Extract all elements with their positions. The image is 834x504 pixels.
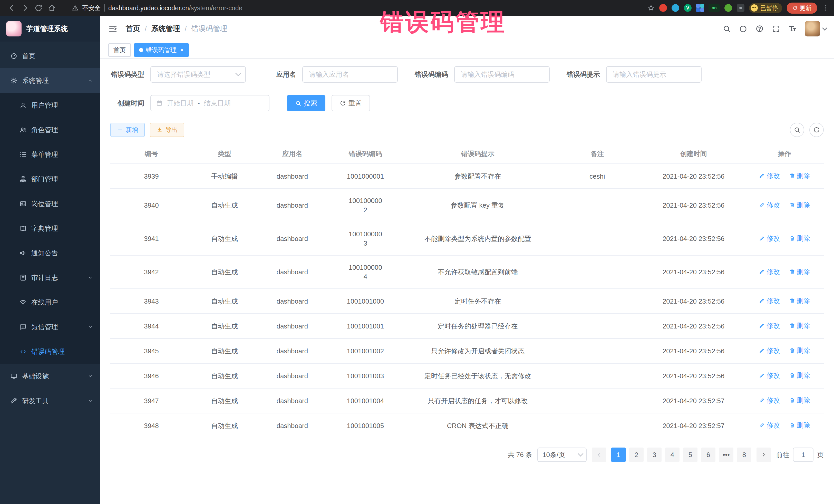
- edit-button[interactable]: 修改: [759, 296, 780, 305]
- table-row: 3942 自动生成 dashboard 100100000 4 不允许获取敏感配…: [110, 255, 824, 289]
- edit-button[interactable]: 修改: [759, 346, 780, 355]
- date-range-picker[interactable]: 开始日期 - 结束日期: [150, 95, 269, 111]
- browser-reload-button[interactable]: [32, 1, 45, 15]
- edit-button[interactable]: 修改: [759, 234, 780, 243]
- tab-home[interactable]: 首页: [108, 43, 131, 57]
- delete-button[interactable]: 删除: [789, 421, 810, 430]
- page-button[interactable]: 4: [665, 447, 680, 462]
- app-window: 芋道管理系统 首页 系统管理 用户管理 角色管理: [0, 16, 834, 504]
- extension-icon[interactable]: [724, 4, 732, 12]
- address-bar[interactable]: 不安全 dashboard.yudao.iocoder.cn/system/er…: [72, 4, 648, 12]
- extension-icon[interactable]: [672, 4, 679, 12]
- page-button[interactable]: 3: [647, 447, 662, 462]
- delete-button[interactable]: 删除: [789, 171, 810, 180]
- bookmark-star-icon[interactable]: [648, 4, 655, 12]
- edit-button[interactable]: 修改: [759, 396, 780, 405]
- edit-button[interactable]: 修改: [759, 321, 780, 330]
- toggle-search-button[interactable]: [790, 123, 804, 137]
- refresh-table-button[interactable]: [809, 123, 824, 137]
- browser-home-button[interactable]: [45, 1, 59, 15]
- error-code-type-select[interactable]: 请选择错误码类型: [150, 66, 246, 83]
- search-icon[interactable]: [723, 25, 731, 33]
- error-code-input[interactable]: [454, 66, 550, 83]
- extension-icon[interactable]: [696, 4, 704, 12]
- breadcrumb-system[interactable]: 系统管理: [151, 24, 180, 34]
- sidebar-item-user-management[interactable]: 用户管理: [0, 93, 100, 117]
- edit-button[interactable]: 修改: [759, 200, 780, 210]
- browser-update-button[interactable]: 更新: [787, 3, 817, 14]
- sidebar-item-audit-log[interactable]: 审计日志: [0, 265, 100, 290]
- extension-on-badge[interactable]: on: [708, 4, 720, 12]
- fullscreen-icon[interactable]: [772, 25, 780, 33]
- edit-button[interactable]: 修改: [759, 421, 780, 430]
- breadcrumb-home[interactable]: 首页: [126, 24, 140, 34]
- avatar: [805, 21, 820, 37]
- delete-button[interactable]: 删除: [789, 200, 810, 210]
- page-button[interactable]: 2: [629, 447, 643, 462]
- reset-button-label: 重置: [349, 99, 362, 108]
- page-button[interactable]: 6: [701, 447, 716, 462]
- sidebar-toggle-button[interactable]: [108, 24, 117, 34]
- delete-button[interactable]: 删除: [789, 234, 810, 243]
- sidebar-item-dev-tools[interactable]: 研发工具: [0, 389, 100, 413]
- table-row: 3940 自动生成 dashboard 100100000 2 参数配置 key…: [110, 189, 824, 222]
- sidebar-item-sms-management[interactable]: 短信管理: [0, 314, 100, 339]
- delete-button[interactable]: 删除: [789, 267, 810, 277]
- delete-button[interactable]: 删除: [789, 296, 810, 305]
- next-page-button[interactable]: [756, 447, 771, 462]
- extension-icon[interactable]: [659, 4, 667, 12]
- github-icon[interactable]: [739, 25, 747, 33]
- table-row: 3941 自动生成 dashboard 100100000 3 不能删除类型为系…: [110, 222, 824, 255]
- goto-page-input[interactable]: [793, 447, 813, 462]
- delete-button[interactable]: 删除: [789, 371, 810, 380]
- sidebar-item-post-management[interactable]: 岗位管理: [0, 192, 100, 216]
- cell-app: dashboard: [257, 413, 328, 438]
- add-button[interactable]: 新增: [110, 123, 145, 137]
- browser-menu-dots-icon[interactable]: [822, 4, 829, 12]
- app-title: 芋道管理系统: [26, 24, 68, 34]
- sidebar-item-infrastructure[interactable]: 基础设施: [0, 364, 100, 389]
- app-name-input[interactable]: [302, 66, 398, 83]
- delete-button[interactable]: 删除: [789, 346, 810, 355]
- extension-icon[interactable]: V: [684, 4, 692, 12]
- close-icon[interactable]: ×: [180, 47, 184, 53]
- help-icon[interactable]: [755, 25, 764, 33]
- tab-error-code-management[interactable]: 错误码管理 ×: [134, 43, 189, 57]
- font-size-icon[interactable]: [788, 25, 796, 33]
- reset-button[interactable]: 重置: [332, 95, 370, 111]
- page-button[interactable]: •••: [719, 447, 733, 462]
- page-button[interactable]: 5: [683, 447, 698, 462]
- browser-back-button[interactable]: [5, 1, 19, 15]
- not-secure-warning-icon: [72, 5, 79, 11]
- sidebar-item-home[interactable]: 首页: [0, 44, 100, 68]
- delete-button[interactable]: 删除: [789, 396, 810, 405]
- sidebar-item-dict-management[interactable]: 字典管理: [0, 216, 100, 241]
- sidebar-item-online-users[interactable]: 在线用户: [0, 290, 100, 314]
- cell-create-time: 2021-04-20 23:52:56: [642, 338, 745, 364]
- export-button[interactable]: 导出: [150, 123, 184, 137]
- delete-button[interactable]: 删除: [789, 321, 810, 330]
- sidebar-item-department-management[interactable]: 部门管理: [0, 167, 100, 192]
- page-button[interactable]: 8: [737, 447, 751, 462]
- page-button[interactable]: 1: [611, 447, 626, 462]
- prev-page-button[interactable]: [592, 447, 606, 462]
- cell-remark: [553, 289, 642, 313]
- sidebar-item-role-management[interactable]: 角色管理: [0, 117, 100, 142]
- sidebar-item-error-code-management[interactable]: 错误码管理: [0, 339, 100, 364]
- page-size-select[interactable]: 10条/页: [537, 447, 587, 462]
- error-code-table: 编号 类型 应用名 错误码编码 错误码提示 备注 创建时间 操作 3939: [110, 144, 824, 438]
- profile-paused-chip[interactable]: 已暂停: [749, 3, 782, 13]
- search-button[interactable]: 搜索: [287, 95, 325, 111]
- extensions-puzzle-icon[interactable]: [737, 4, 744, 12]
- sidebar-item-system-management[interactable]: 系统管理: [0, 68, 100, 93]
- edit-button[interactable]: 修改: [759, 371, 780, 380]
- edit-button[interactable]: 修改: [759, 267, 780, 277]
- error-hint-input[interactable]: [606, 66, 702, 83]
- browser-forward-button[interactable]: [19, 1, 32, 15]
- sidebar-item-notice[interactable]: 通知公告: [0, 241, 100, 265]
- sidebar-item-menu-management[interactable]: 菜单管理: [0, 142, 100, 167]
- edit-button[interactable]: 修改: [759, 171, 780, 180]
- user-avatar-menu[interactable]: [805, 21, 826, 37]
- export-button-label: 导出: [165, 126, 178, 134]
- cell-app: dashboard: [257, 164, 328, 189]
